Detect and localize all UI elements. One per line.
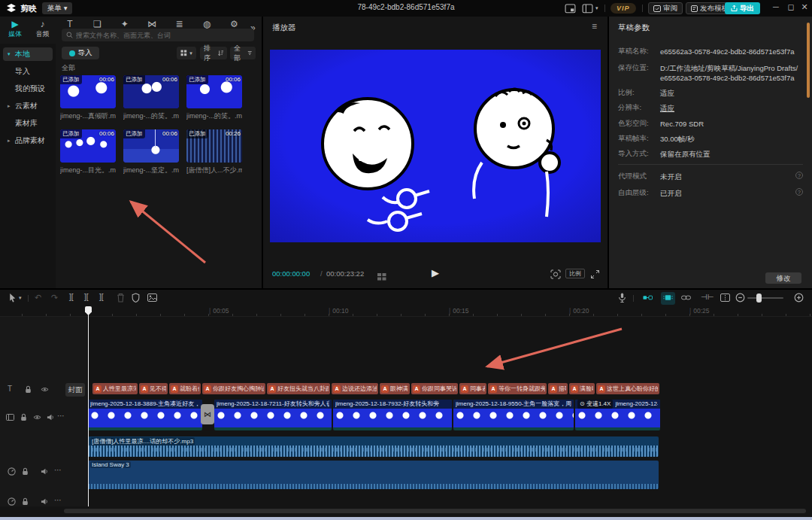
split-icon[interactable]: ][	[84, 293, 89, 301]
text-clip[interactable]: A 你跟好友掏心掏肺讲心	[202, 383, 265, 394]
lock-track-icon[interactable]	[21, 467, 30, 476]
media-tab[interactable]: ▶ 媒体	[2, 18, 29, 42]
quality-enhance-icon[interactable]	[550, 269, 561, 278]
redo-icon[interactable]: ↷	[51, 293, 58, 303]
text-clip[interactable]: A 你跟同事哭诉最近	[411, 383, 458, 394]
fullscreen-icon[interactable]	[590, 269, 600, 278]
media-tab[interactable]: ♪ 音频	[29, 18, 56, 42]
media-sidebar-item[interactable]: ▾ 本地	[3, 47, 53, 61]
panel-layout-icon[interactable]	[582, 3, 593, 14]
zoom-out-icon[interactable]	[735, 293, 745, 304]
media-thumbnail[interactable]: 已添加 00:06	[123, 129, 179, 163]
more-options-icon[interactable]: ⋯	[54, 466, 63, 475]
menu-button[interactable]: 菜单 ▾	[42, 2, 72, 14]
minimize-button[interactable]: ─	[770, 2, 782, 11]
tab-icon: ⋈	[138, 18, 165, 29]
more-options-icon[interactable]: ⋯	[54, 496, 63, 505]
text-clip[interactable]: A 见不得	[139, 383, 168, 394]
delete-icon[interactable]	[116, 293, 126, 304]
mute-track-icon[interactable]	[41, 467, 50, 476]
text-clip[interactable]: A 等你一转身就跟旁人嘀咕	[488, 383, 547, 394]
text-clip[interactable]: A 眼神满是嘲讽	[380, 383, 410, 394]
media-thumbnail[interactable]: 已添加 00:06	[60, 129, 116, 163]
view-mode-selector[interactable]: ▾	[177, 47, 196, 59]
snap-toggle-icon[interactable]	[643, 293, 653, 304]
split-right-icon[interactable]: ][	[99, 293, 104, 301]
text-clip[interactable]: A 就盼着你	[169, 383, 201, 394]
mirror-split-icon[interactable]: ⊣⊢	[701, 293, 714, 301]
auto-preview-toggle-icon[interactable]	[661, 292, 675, 305]
player-menu-icon[interactable]: ≡	[592, 21, 597, 32]
text-clip[interactable]: A 同事表面	[459, 383, 486, 394]
image-matting-icon[interactable]	[147, 293, 157, 304]
review-button[interactable]: 审阅	[648, 2, 683, 14]
media-thumbnail[interactable]: 已添加 00:26	[186, 129, 242, 163]
timeline-horizontal-scrollbar[interactable]	[64, 509, 806, 513]
text-clip[interactable]: A 人性里最凉薄	[92, 383, 138, 394]
media-sidebar-item[interactable]: 素材库	[3, 117, 53, 130]
media-item[interactable]: 已添加 00:06 jimeng-...的笑。.mp4	[123, 75, 179, 129]
video-clip[interactable]: jimeng-2025-12-18-7211-好友转头和旁人窃窃私语	[214, 400, 332, 430]
timeline-zoom-slider[interactable]	[747, 297, 783, 299]
video-canvas[interactable]	[270, 50, 601, 242]
help-icon[interactable]: ?	[795, 188, 803, 196]
help-icon[interactable]: ?	[795, 172, 803, 179]
ratio-button[interactable]: 比例	[565, 269, 585, 278]
vip-badge[interactable]: VIP	[611, 3, 636, 14]
export-button[interactable]: 导出	[725, 2, 760, 14]
frame-view-icon[interactable]	[377, 270, 386, 284]
playhead-line[interactable]	[88, 306, 89, 506]
undo-icon[interactable]: ↶	[35, 293, 41, 303]
media-item[interactable]: 已添加 00:06 jimeng-...真倾听.mp4	[60, 75, 116, 129]
text-clip[interactable]: A 满脸嘲讽	[569, 383, 595, 394]
voiceover-audio-clip[interactable]: [唐僧僧]人性里最凉....话的却不少.mp3	[88, 436, 659, 457]
media-item[interactable]: 已添加 00:06 jimeng-...坚定。.mp4	[123, 129, 179, 184]
mask-icon[interactable]	[131, 293, 141, 304]
media-search-bar[interactable]	[62, 29, 254, 41]
text-clip[interactable]: A 边说还边添油加醋	[332, 383, 378, 394]
text-clip-icon: A	[94, 385, 102, 393]
split-left-icon[interactable]: ][	[69, 293, 74, 301]
link-toggle-icon[interactable]	[681, 293, 691, 304]
media-sidebar-item[interactable]: ▸ 品牌素材	[3, 134, 53, 147]
media-thumbnail[interactable]: 已添加 00:06	[123, 75, 179, 108]
filter-button[interactable]: 全部	[230, 47, 256, 59]
media-thumbnail[interactable]: 已添加 00:06	[60, 75, 116, 108]
search-input[interactable]	[76, 32, 241, 39]
text-clip[interactable]: A 这世上真心盼你好的人没几	[596, 383, 659, 394]
video-clip[interactable]: jimeng-2025-12-18-7932-好友转头和旁	[333, 400, 452, 430]
media-thumbnail[interactable]: 已添加 00:06	[186, 75, 242, 108]
lock-track-icon[interactable]	[21, 497, 30, 506]
video-clip-filmstrip	[214, 409, 332, 427]
transition-icon[interactable]: ⋈	[201, 404, 214, 424]
layout-toggle-icon[interactable]	[565, 3, 576, 14]
media-sidebar-item[interactable]: ▸ 云素材	[3, 99, 53, 113]
video-clip[interactable]: ⊙ 变速1.4X jimeng-2025-12-18-98	[575, 400, 660, 430]
text-clip[interactable]: A 捂嘴偷笑	[548, 383, 568, 394]
video-clip[interactable]: jimeng-2025-12-18-3889-主角凑近好友，一脸信任	[88, 400, 202, 430]
select-tool-icon[interactable]	[8, 293, 17, 304]
timeline-ruler[interactable]: 00:05 00:10 00:15 00:20 00:25	[0, 306, 812, 317]
import-button[interactable]: 导入	[62, 47, 99, 59]
music-audio-clip[interactable]: Island Sway 3	[88, 461, 659, 489]
audio-track-icon	[8, 467, 17, 476]
record-voiceover-icon[interactable]	[617, 293, 627, 304]
video-clip[interactable]: jimeng-2025-12-18-9550-主角一脸落寞，周围人有的	[453, 400, 574, 430]
media-item[interactable]: 已添加 00:06 jimeng-...目光。.mp4	[60, 129, 116, 184]
mute-track-icon[interactable]	[41, 497, 50, 506]
media-item[interactable]: 已添加 00:06 jimeng-...的笑。.mp4	[186, 75, 242, 129]
play-button[interactable]: ▶	[432, 267, 439, 278]
maximize-button[interactable]: ◻	[785, 2, 797, 12]
preview-axis-icon[interactable]	[720, 293, 730, 304]
text-clip[interactable]: A 好友扭头就当八卦跟别人	[267, 383, 330, 394]
close-button[interactable]: ✕	[798, 2, 810, 12]
media-sidebar-item[interactable]: 导入	[3, 65, 53, 78]
zoom-in-icon[interactable]	[794, 293, 804, 304]
zoom-slider-knob[interactable]	[756, 293, 762, 303]
media-item[interactable]: 已添加 00:26 [唐僧僧]人...不少.mp3	[186, 129, 242, 184]
select-tool-caret-icon[interactable]: ▾	[19, 295, 22, 301]
sort-button[interactable]: 排序	[200, 47, 227, 59]
media-sidebar-item[interactable]: 我的预设	[3, 82, 53, 96]
panel-scrollbar[interactable]	[807, 23, 810, 98]
modify-button[interactable]: 修改	[765, 272, 801, 284]
